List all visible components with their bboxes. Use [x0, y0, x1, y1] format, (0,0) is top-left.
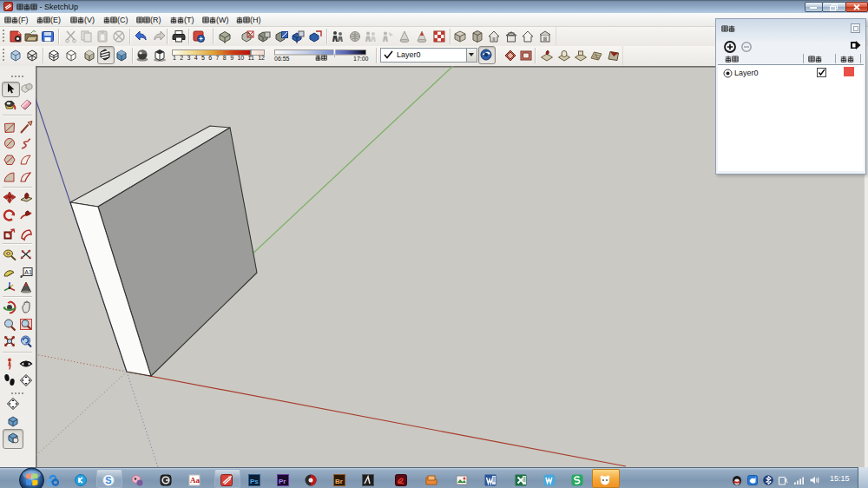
svg-text:Ps: Ps: [250, 478, 259, 485]
svg-text:S: S: [105, 475, 111, 485]
svg-text:Pr: Pr: [279, 478, 286, 485]
svg-text:Aa: Aa: [190, 476, 200, 485]
svg-text:Br: Br: [335, 478, 343, 485]
svg-text:A1: A1: [24, 269, 32, 275]
